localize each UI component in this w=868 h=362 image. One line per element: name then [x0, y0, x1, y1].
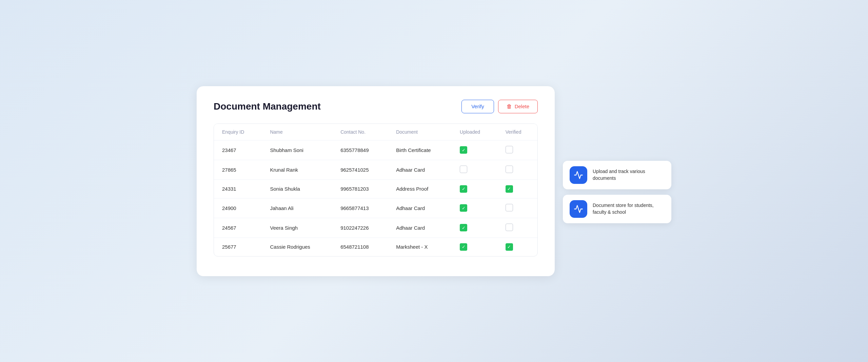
checked-icon: ✓: [460, 185, 467, 193]
cell-name: Veera Singh: [262, 218, 332, 237]
cell-contact: 9665877413: [332, 198, 388, 218]
tooltip-text-1: Upload and track various documents: [593, 168, 665, 182]
cell-uploaded[interactable]: ✓: [452, 179, 497, 198]
cell-document: Adhaar Card: [388, 218, 452, 237]
cell-name: Cassie Rodrigues: [262, 237, 332, 256]
cell-document: Adhaar Card: [388, 198, 452, 218]
cell-verified[interactable]: [497, 218, 537, 237]
delete-label: Delete: [515, 103, 529, 109]
header-actions: Verify 🗑 Delete: [461, 100, 538, 113]
cell-enquiry-id: 25677: [214, 237, 262, 256]
cell-enquiry-id: 24567: [214, 218, 262, 237]
checked-icon: ✓: [460, 146, 467, 154]
cell-contact: 9965781203: [332, 179, 388, 198]
checked-icon: ✓: [506, 243, 513, 251]
cell-enquiry-id: 27865: [214, 160, 262, 179]
table-row: 23467Shubham Soni6355778849Birth Certifi…: [214, 140, 537, 160]
page-wrapper: Document Management Verify 🗑 Delete Enqu…: [197, 86, 671, 276]
verify-button[interactable]: Verify: [461, 100, 494, 113]
checked-icon: ✓: [460, 204, 467, 212]
tooltip-card-1: Upload and track various documents: [563, 161, 671, 189]
cell-name: Jahaan Ali: [262, 198, 332, 218]
col-contact: Contact No.: [332, 124, 388, 140]
card-header: Document Management Verify 🗑 Delete: [214, 100, 538, 113]
table-row: 24567Veera Singh9102247226Adhaar Card✓: [214, 218, 537, 237]
unchecked-icon: [506, 166, 513, 173]
table-wrapper: Enquiry ID Name Contact No. Document Upl…: [214, 123, 538, 256]
col-name: Name: [262, 124, 332, 140]
cell-document: Adhaar Card: [388, 160, 452, 179]
unchecked-icon: [460, 166, 467, 173]
unchecked-icon: [506, 204, 513, 211]
cell-name: Shubham Soni: [262, 140, 332, 160]
table-body: 23467Shubham Soni6355778849Birth Certifi…: [214, 140, 537, 256]
col-verified: Verified: [497, 124, 537, 140]
cell-enquiry-id: 24900: [214, 198, 262, 218]
cell-uploaded[interactable]: ✓: [452, 198, 497, 218]
cell-document: Address Proof: [388, 179, 452, 198]
cell-name: Sonia Shukla: [262, 179, 332, 198]
cell-contact: 6355778849: [332, 140, 388, 160]
cell-contact: 9102247226: [332, 218, 388, 237]
unchecked-icon: [506, 146, 513, 153]
chart-icon-1: [574, 170, 583, 180]
unchecked-icon: [506, 224, 513, 231]
tooltip-icon-wrap-1: [570, 166, 587, 184]
cell-verified[interactable]: [497, 160, 537, 179]
tooltip-card-2: Document store for students, faculty & s…: [563, 195, 671, 223]
cell-name: Krunal Rank: [262, 160, 332, 179]
table-head: Enquiry ID Name Contact No. Document Upl…: [214, 124, 537, 140]
cell-uploaded[interactable]: ✓: [452, 218, 497, 237]
table-row: 25677Cassie Rodrigues6548721108Marksheet…: [214, 237, 537, 256]
cell-uploaded[interactable]: ✓: [452, 237, 497, 256]
table-row: 24900Jahaan Ali9665877413Adhaar Card✓: [214, 198, 537, 218]
col-uploaded: Uploaded: [452, 124, 497, 140]
col-enquiry-id: Enquiry ID: [214, 124, 262, 140]
document-table: Enquiry ID Name Contact No. Document Upl…: [214, 124, 537, 256]
page-title: Document Management: [214, 101, 321, 112]
trash-icon: 🗑: [507, 103, 512, 110]
tooltip-cards: Upload and track various documents Docum…: [563, 86, 671, 223]
tooltip-text-2: Document store for students, faculty & s…: [593, 202, 665, 215]
cell-document: Marksheet - X: [388, 237, 452, 256]
cell-verified[interactable]: ✓: [497, 237, 537, 256]
delete-button[interactable]: 🗑 Delete: [498, 100, 538, 113]
table-row: 27865Krunal Rank9625741025Adhaar Card: [214, 160, 537, 179]
tooltip-icon-wrap-2: [570, 200, 587, 218]
cell-verified[interactable]: [497, 140, 537, 160]
cell-contact: 9625741025: [332, 160, 388, 179]
cell-document: Birth Certificate: [388, 140, 452, 160]
cell-verified[interactable]: [497, 198, 537, 218]
cell-uploaded[interactable]: ✓: [452, 140, 497, 160]
cell-enquiry-id: 23467: [214, 140, 262, 160]
header-row: Enquiry ID Name Contact No. Document Upl…: [214, 124, 537, 140]
cell-contact: 6548721108: [332, 237, 388, 256]
chart-icon-2: [574, 204, 583, 214]
main-card: Document Management Verify 🗑 Delete Enqu…: [197, 86, 555, 276]
table-row: 24331Sonia Shukla9965781203Address Proof…: [214, 179, 537, 198]
col-document: Document: [388, 124, 452, 140]
checked-icon: ✓: [506, 185, 513, 193]
cell-uploaded[interactable]: [452, 160, 497, 179]
cell-enquiry-id: 24331: [214, 179, 262, 198]
checked-icon: ✓: [460, 243, 467, 251]
checked-icon: ✓: [460, 224, 467, 231]
cell-verified[interactable]: ✓: [497, 179, 537, 198]
